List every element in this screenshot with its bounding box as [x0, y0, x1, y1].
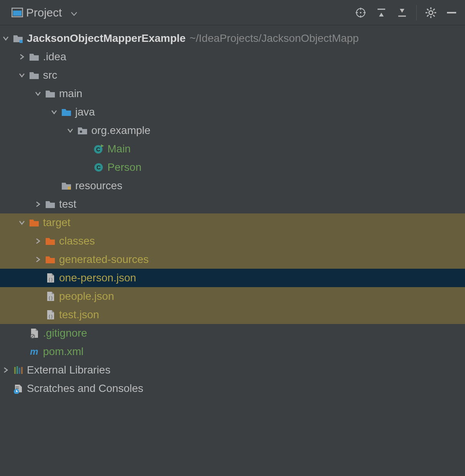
hide-button[interactable] [442, 3, 461, 22]
tree-node-target[interactable]: target [0, 213, 465, 232]
svg-rect-34 [14, 367, 16, 374]
maven-file-icon: m [28, 346, 41, 357]
tree-item-label: target [43, 217, 71, 229]
expand-all-button[interactable] [372, 3, 391, 22]
class-runnable-icon: C [92, 144, 105, 154]
libraries-icon [12, 365, 25, 375]
tree-node-test[interactable]: test [0, 195, 465, 213]
tree-node-idea[interactable]: .idea [0, 48, 465, 66]
svg-line-16 [433, 15, 435, 17]
tree-node-java[interactable]: java [0, 103, 465, 121]
tree-item-label: .idea [43, 51, 66, 63]
chevron-down-icon[interactable] [16, 69, 28, 81]
chevron-right-icon[interactable] [32, 198, 44, 210]
tree-node-class-person[interactable]: C Person [0, 158, 465, 177]
tree-node-external-libraries[interactable]: External Libraries [0, 361, 465, 379]
project-tree: JacksonObjectMapperExample ~/IdeaProject… [0, 25, 465, 398]
tree-item-label: Person [107, 161, 142, 174]
tree-item-label: classes [59, 235, 95, 247]
chevron-down-icon[interactable] [48, 106, 60, 118]
excluded-folder-icon [44, 236, 57, 246]
tree-item-label: Main [107, 143, 131, 155]
tree-item-label: External Libraries [27, 364, 110, 376]
view-selector-label[interactable]: Project [26, 6, 62, 19]
project-path-label: ~/IdeaProjects/JacksonObjectMapp [190, 32, 359, 45]
tree-item-label: resources [75, 180, 122, 192]
folder-icon [28, 70, 41, 81]
svg-line-15 [427, 9, 429, 10]
chevron-right-icon[interactable] [32, 253, 44, 266]
folder-icon [44, 199, 57, 210]
tree-item-label: pom.xml [43, 345, 84, 358]
tree-node-src[interactable]: src [0, 66, 465, 84]
tree-item-label: test.json [59, 309, 99, 321]
project-name-label: JacksonObjectMapperExample [27, 32, 186, 45]
tree-item-label: org.example [91, 124, 150, 137]
svg-text:{ }: { } [49, 278, 53, 282]
svg-line-17 [427, 15, 429, 17]
resources-folder-icon [60, 180, 73, 191]
toolbar-separator [416, 5, 417, 20]
tree-node-people-json[interactable]: { } people.json [0, 287, 465, 306]
svg-rect-26 [68, 187, 69, 190]
tree-node-resources[interactable]: resources [0, 177, 465, 195]
json-file-icon: { } [44, 291, 57, 302]
svg-line-18 [433, 9, 435, 10]
chevron-down-icon[interactable] [0, 32, 12, 45]
tree-item-label: src [43, 69, 57, 81]
svg-rect-19 [447, 12, 456, 13]
svg-text:C: C [96, 146, 101, 152]
tree-item-label: main [59, 88, 82, 100]
svg-rect-20 [20, 40, 23, 43]
folder-icon [28, 51, 41, 62]
tree-node-one-person-json[interactable]: { } one-person.json [0, 269, 465, 287]
tree-node-generated-sources[interactable]: generated-sources [0, 250, 465, 269]
module-icon [12, 33, 25, 44]
tree-item-label: one-person.json [59, 272, 136, 284]
chevron-down-icon[interactable] [32, 88, 44, 100]
svg-rect-27 [69, 187, 71, 190]
svg-rect-37 [21, 367, 23, 374]
chevron-right-icon[interactable] [0, 364, 12, 376]
tree-node-package[interactable]: org.example [0, 121, 465, 140]
svg-rect-35 [16, 366, 18, 374]
tree-node-classes[interactable]: classes [0, 232, 465, 250]
package-icon [76, 125, 89, 136]
collapse-all-button[interactable] [392, 3, 412, 22]
svg-text:{ }: { } [49, 314, 53, 319]
tree-node-main[interactable]: main [0, 84, 465, 103]
svg-point-10 [429, 11, 433, 15]
tree-node-test-json[interactable]: { } test.json [0, 306, 465, 324]
tree-item-label: java [75, 106, 95, 118]
locate-file-button[interactable] [351, 3, 370, 22]
tree-item-label: people.json [59, 290, 114, 302]
folder-icon [44, 88, 57, 99]
tree-item-label: .gitignore [43, 327, 87, 339]
json-file-icon: { } [44, 309, 57, 320]
dropdown-arrow-icon[interactable] [71, 7, 77, 19]
tree-node-pom[interactable]: m pom.xml [0, 342, 465, 361]
settings-button[interactable] [421, 3, 440, 22]
tree-item-label: test [59, 198, 76, 210]
svg-point-21 [80, 131, 82, 133]
svg-rect-36 [19, 368, 20, 374]
chevron-right-icon[interactable] [32, 235, 44, 247]
tree-node-gitignore[interactable]: .gitignore [0, 324, 465, 342]
chevron-down-icon[interactable] [16, 217, 28, 229]
tree-node-project-root[interactable]: JacksonObjectMapperExample ~/IdeaProject… [0, 29, 465, 48]
source-folder-icon [60, 107, 73, 117]
svg-text:m: m [30, 346, 38, 357]
chevron-right-icon[interactable] [16, 51, 28, 63]
json-file-icon: { } [44, 273, 57, 283]
project-view-icon [12, 8, 23, 17]
excluded-folder-icon [28, 217, 41, 228]
tree-node-scratches[interactable]: Scratches and Consoles [0, 379, 465, 398]
excluded-folder-icon [44, 254, 57, 265]
scratches-icon [12, 383, 25, 394]
tree-item-label: generated-sources [59, 253, 148, 266]
class-icon: C [92, 162, 105, 173]
tree-node-class-main[interactable]: C Main [0, 140, 465, 158]
svg-text:C: C [97, 164, 101, 170]
svg-text:{ }: { } [49, 296, 53, 300]
chevron-down-icon[interactable] [64, 124, 76, 137]
